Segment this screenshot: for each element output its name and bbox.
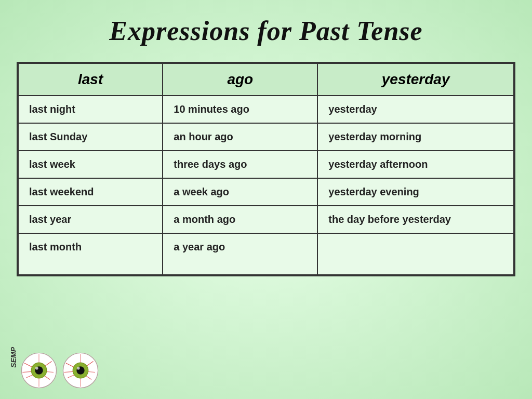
expressions-table-container: last ago yesterday last night10 minutes …: [17, 62, 515, 276]
table-cell: three days ago: [163, 151, 317, 178]
table-cell: yesterday: [317, 96, 514, 123]
table-cell: last year: [18, 206, 163, 233]
table-cell: 10 minutes ago: [163, 96, 317, 123]
table-cell: last night: [18, 96, 163, 123]
table-cell: yesterday afternoon: [317, 151, 514, 178]
eye-right: [62, 352, 99, 389]
col-header-yesterday: yesterday: [317, 63, 514, 96]
table-cell: last week: [18, 151, 163, 178]
col-header-last: last: [18, 63, 163, 96]
table-cell: last Sunday: [18, 123, 163, 151]
svg-point-12: [35, 367, 38, 370]
expressions-table: last ago yesterday last night10 minutes …: [18, 63, 514, 275]
svg-point-26: [77, 367, 80, 370]
table-cell: the day before yesterday: [317, 206, 514, 233]
page-title: Expressions for Past Tense: [109, 16, 422, 46]
eyes-decoration: [21, 352, 99, 389]
table-cell: last weekend: [18, 178, 163, 206]
table-cell: yesterday evening: [317, 178, 514, 206]
table-cell: last month: [18, 233, 163, 275]
table-cell: a month ago: [163, 206, 317, 233]
table-cell: an hour ago: [163, 123, 317, 151]
table-cell: [317, 233, 514, 275]
col-header-ago: ago: [163, 63, 317, 96]
eye-left: [21, 352, 57, 389]
table-cell: yesterday morning: [317, 123, 514, 151]
table-cell: a week ago: [163, 178, 317, 206]
watermark-label: SEMP: [9, 347, 18, 368]
table-cell: a year ago: [163, 233, 317, 275]
